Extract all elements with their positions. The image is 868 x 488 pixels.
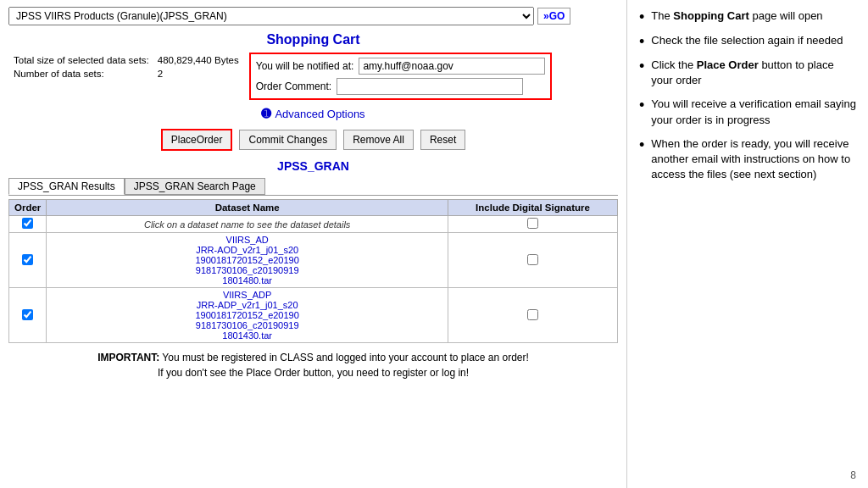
list-item: • The Shopping Cart page will open [639, 8, 856, 25]
total-label: Total size of selected data sets: [10, 54, 153, 66]
right-panel: • The Shopping Cart page will open • Che… [627, 0, 868, 488]
place-order-button[interactable]: PlaceOrder [161, 129, 233, 151]
table-row: VIIRS_AD JRR-AOD_v2r1_j01_s20 1900181720… [9, 233, 618, 288]
data-stats: Total size of selected data sets: 480,82… [8, 53, 244, 81]
table-row: VIIRS_ADP JRR-ADP_v2r1_j01_s20 190018172… [9, 288, 618, 343]
bullet-dot-icon: • [639, 97, 644, 113]
important-bold: IMPORTANT: [97, 352, 159, 363]
important-text2: If you don't see the Place Order button,… [158, 367, 469, 379]
cart-title: Shopping Cart [8, 32, 618, 47]
row2-sig-checkbox[interactable] [527, 309, 538, 320]
advanced-plus-icon: ➊ [261, 107, 271, 120]
row1-sig-checkbox[interactable] [527, 254, 538, 265]
notify-label: You will be notified at: [256, 60, 354, 72]
select-all-checkbox[interactable] [22, 218, 33, 229]
commit-changes-button[interactable]: Commit Changes [239, 130, 337, 150]
bullet-dot-icon: • [639, 9, 644, 25]
bullet-text-5: When the order is ready, you will receiv… [651, 136, 856, 183]
list-item: • Check the file selection again if need… [639, 33, 856, 49]
reset-button[interactable]: Reset [420, 130, 465, 150]
comment-input[interactable] [337, 78, 523, 95]
bullet-text-3: Click the Place Order button to place yo… [651, 58, 856, 88]
data-table: Order Dataset Name Include Digital Signa… [8, 199, 618, 343]
bullet-dot-icon: • [639, 34, 644, 49]
product-select[interactable]: JPSS VIIRS Products (Granule)(JPSS_GRAN) [8, 7, 534, 25]
bullet-text-1: The Shopping Cart page will open [651, 8, 822, 24]
num-value: 2 [154, 68, 242, 80]
row2-dataset[interactable]: VIIRS_ADP JRR-ADP_v2r1_j01_s20 190018172… [47, 288, 448, 343]
left-panel: JPSS VIIRS Products (Granule)(JPSS_GRAN)… [0, 0, 627, 488]
notify-row: You will be notified at: [256, 58, 546, 75]
hint-row: Click on a dataset name to see the datas… [9, 216, 618, 233]
click-hint-cell: Click on a dataset name to see the datas… [47, 216, 448, 233]
notify-input[interactable] [359, 58, 545, 75]
page-number: 8 [850, 469, 856, 481]
col-order: Order [9, 200, 47, 216]
num-label: Number of data sets: [10, 68, 153, 80]
important-text1: You must be registered in CLASS and logg… [162, 352, 529, 363]
row1-dataset[interactable]: VIIRS_AD JRR-AOD_v2r1_j01_s20 1900181720… [47, 233, 448, 288]
bullet-dot-icon: • [639, 137, 644, 152]
important-note: IMPORTANT: You must be registered in CLA… [8, 350, 618, 380]
advanced-options-label: Advanced Options [275, 108, 364, 120]
bullet-dot-icon: • [639, 58, 644, 74]
gran-title: JPSS_GRAN [8, 159, 618, 173]
bullet-text-2: Check the file selection again if needed [651, 33, 843, 48]
tab-gran-search[interactable]: JPSS_GRAN Search Page [125, 178, 265, 195]
top-bar: JPSS VIIRS Products (Granule)(JPSS_GRAN)… [8, 7, 618, 25]
tab-gran-results[interactable]: JPSS_GRAN Results [8, 178, 125, 195]
bullet-list: • The Shopping Cart page will open • Che… [639, 8, 856, 191]
comment-row: Order Comment: [256, 78, 546, 95]
list-item: • When the order is ready, you will rece… [639, 136, 856, 183]
tabs-row: JPSS_GRAN Results JPSS_GRAN Search Page [8, 178, 618, 196]
col-dataset: Dataset Name [47, 200, 448, 216]
buttons-row: PlaceOrder Commit Changes Remove All Res… [8, 129, 618, 151]
notification-row: Total size of selected data sets: 480,82… [8, 53, 618, 100]
row1-checkbox[interactable] [22, 254, 33, 265]
advanced-options-row[interactable]: ➊ Advanced Options [8, 107, 618, 120]
list-item: • Click the Place Order button to place … [639, 58, 856, 88]
go-button[interactable]: »GO [537, 8, 570, 25]
sig-all-checkbox[interactable] [527, 218, 538, 229]
remove-all-button[interactable]: Remove All [343, 130, 414, 150]
list-item: • You will receive a verification email … [639, 97, 856, 127]
row2-checkbox[interactable] [22, 309, 33, 320]
comment-label: Order Comment: [256, 80, 331, 92]
total-value: 480,829,440 Bytes [154, 54, 242, 66]
notify-box: You will be notified at: Order Comment: [249, 53, 553, 100]
col-sig: Include Digital Signature [448, 200, 618, 216]
bullet-text-4: You will receive a verification email sa… [651, 97, 856, 127]
